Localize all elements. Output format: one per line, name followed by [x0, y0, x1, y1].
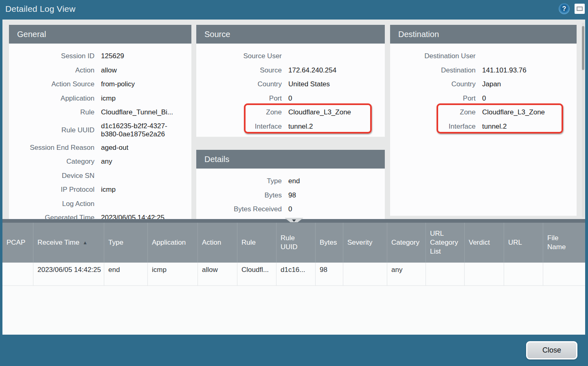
- general-fields: Session ID125629ActionallowAction Source…: [9, 44, 191, 219]
- column-header-file-name[interactable]: File Name: [543, 223, 585, 263]
- maximize-window-icon[interactable]: [575, 4, 585, 14]
- field-label-session-end-reason: Session End Reason: [9, 144, 94, 152]
- field-value-action-source: from-policy: [101, 80, 135, 88]
- column-header-rule-uuid[interactable]: Rule UUID: [276, 223, 316, 263]
- field-value-country: United States: [288, 80, 330, 88]
- field-label-rule-uuid: Rule UUID: [9, 126, 94, 134]
- field-label-destination-user: Destination User: [390, 52, 476, 60]
- field-row-action: Actionallow: [9, 64, 191, 78]
- field-row-destination: Destination141.101.93.76: [390, 64, 577, 78]
- field-value-source: 172.64.240.254: [288, 66, 336, 75]
- field-label-port: Port: [390, 94, 476, 103]
- cell-rule: Cloudfl...: [237, 263, 276, 285]
- field-row-source: Source172.64.240.254: [196, 64, 385, 78]
- field-row-session-id: Session ID125629: [9, 49, 191, 64]
- field-value-port: 0: [288, 94, 292, 103]
- column-header-bytes[interactable]: Bytes: [316, 223, 343, 263]
- close-button[interactable]: Close: [526, 341, 577, 359]
- field-label-ip-protocol: IP Protocol: [9, 186, 94, 194]
- help-icon[interactable]: ?: [559, 3, 570, 14]
- section-divider: [2, 219, 585, 223]
- general-panel-title: General: [9, 25, 191, 44]
- table-row[interactable]: 2023/06/05 14:42:25endicmpallowCloudfl..…: [2, 263, 585, 286]
- column-header-label: Category: [391, 238, 419, 247]
- detailed-log-view-dialog: Detailed Log View ? General Session ID12…: [0, 0, 588, 366]
- log-table-body: 2023/06/05 14:42:25endicmpallowCloudfl..…: [2, 263, 585, 286]
- column-header-label: Bytes: [320, 238, 337, 247]
- general-panel: General Session ID125629ActionallowActio…: [9, 25, 191, 219]
- details-panel: Details TypeendBytes98Bytes Received0: [196, 150, 385, 219]
- maximize-window-icon-inner: [577, 7, 583, 11]
- column-header-category[interactable]: Category: [387, 223, 426, 263]
- field-label-action-source: Action Source: [9, 80, 94, 88]
- column-header-application[interactable]: Application: [148, 223, 198, 263]
- field-value-country: Japan: [482, 80, 501, 88]
- column-header-severity[interactable]: Severity: [343, 223, 387, 263]
- field-label-action: Action: [9, 66, 94, 75]
- column-header-label: URL: [508, 238, 522, 247]
- field-row-session-end-reason: Session End Reasonaged-out: [9, 141, 191, 155]
- column-header-action[interactable]: Action: [198, 223, 237, 263]
- column-header-label: Verdict: [469, 238, 490, 247]
- field-label-bytes-received: Bytes Received: [196, 205, 282, 213]
- log-table-section: PCAPReceive Time▲TypeApplicationActionRu…: [2, 219, 585, 335]
- column-header-label: Receive Time: [37, 238, 79, 247]
- field-value-port: 0: [482, 94, 486, 103]
- field-row-ip-protocol: IP Protocolicmp: [9, 183, 191, 197]
- column-header-label: URL Category List: [430, 229, 463, 256]
- column-header-url[interactable]: URL: [504, 223, 543, 263]
- column-header-verdict[interactable]: Verdict: [465, 223, 504, 263]
- field-row-action-source: Action Sourcefrom-policy: [9, 77, 191, 92]
- field-label-destination: Destination: [390, 66, 476, 75]
- field-row-device-sn: Device SN: [9, 169, 191, 183]
- field-label-country: Country: [390, 80, 476, 88]
- cell-category: any: [387, 263, 426, 285]
- field-row-source-user: Source User: [196, 49, 385, 64]
- field-row-bytes-received: Bytes Received0: [196, 202, 385, 217]
- cell-url: [504, 263, 543, 285]
- field-row-type: Typeend: [196, 174, 385, 188]
- field-value-bytes-received: 0: [288, 205, 292, 213]
- field-value-type: end: [288, 177, 300, 185]
- field-label-country: Country: [196, 80, 282, 88]
- log-table-header: PCAPReceive Time▲TypeApplicationActionRu…: [2, 223, 585, 263]
- vertical-scrollbar-thumb[interactable]: [582, 26, 584, 70]
- field-row-log-action: Log Action: [9, 197, 191, 211]
- source-zone-interface-highlight: [244, 103, 372, 134]
- column-header-url-category-list[interactable]: URL Category List: [426, 223, 465, 263]
- destination-zone-interface-highlight: [437, 103, 563, 134]
- sort-ascending-icon: ▲: [83, 238, 88, 247]
- field-label-generated-time: Generated Time: [9, 214, 94, 219]
- cell-receive-time: 2023/06/05 14:42:25: [33, 263, 104, 285]
- field-value-application: icmp: [101, 94, 116, 103]
- cell-action: allow: [198, 263, 237, 285]
- column-header-label: Rule: [241, 238, 256, 247]
- cell-bytes: 98: [316, 263, 343, 285]
- field-label-port: Port: [196, 94, 282, 103]
- field-label-category: Category: [9, 158, 94, 166]
- column-header-receive-time[interactable]: Receive Time▲: [33, 223, 104, 263]
- field-label-source-user: Source User: [196, 52, 282, 60]
- destination-panel-title: Destination: [390, 25, 577, 44]
- column-header-label: PCAP: [7, 238, 25, 247]
- field-row-rule: RuleCloudflare_Tunnel_Bi...: [9, 105, 191, 120]
- field-label-application: Application: [9, 94, 94, 103]
- field-label-device-sn: Device SN: [9, 172, 94, 180]
- column-header-type[interactable]: Type: [104, 223, 148, 263]
- column-header-label: Severity: [347, 238, 372, 247]
- column-header-label: Action: [202, 238, 221, 247]
- cell-application: icmp: [148, 263, 198, 285]
- dialog-title: Detailed Log View: [5, 4, 75, 14]
- field-value-rule-uuid: d1c16235-b2f2-4327-b380-0ae1875e2a26: [101, 122, 183, 138]
- cell-type: end: [104, 263, 148, 285]
- field-value-session-end-reason: aged-out: [101, 144, 128, 152]
- field-value-destination: 141.101.93.76: [482, 66, 527, 75]
- column-header-rule[interactable]: Rule: [237, 223, 276, 263]
- column-header-label: Rule UUID: [281, 234, 299, 252]
- title-bar: Detailed Log View ?: [0, 0, 588, 20]
- field-value-action: allow: [101, 66, 117, 75]
- column-header-pcap[interactable]: PCAP: [2, 223, 33, 263]
- field-value-bytes: 98: [288, 191, 296, 199]
- field-label-rule: Rule: [9, 108, 94, 116]
- field-row-category: Categoryany: [9, 155, 191, 169]
